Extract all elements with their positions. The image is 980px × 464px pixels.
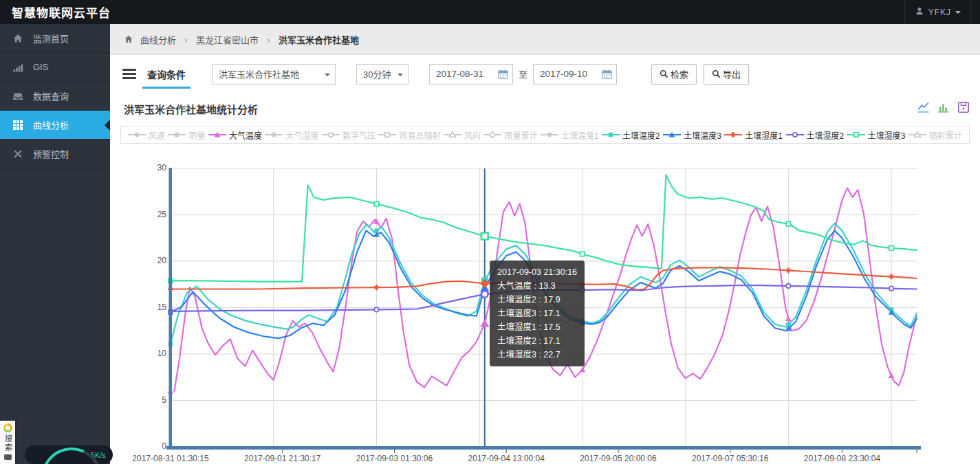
chart-plot[interactable]: [171, 168, 917, 461]
x-axis-label: 2017-09-01 21:30:17: [244, 454, 320, 463]
search-sidebar-widget[interactable]: 搜索: [0, 421, 15, 464]
sidebar-item-monitor-home[interactable]: 监测首页: [0, 24, 110, 53]
x-axis-label: 2017-09-08 23:30:04: [804, 454, 880, 463]
legend-marker: [483, 131, 501, 139]
user-name: YFKJ: [928, 8, 951, 17]
legend-marker: [322, 131, 340, 139]
chart-legend: 风速雨量大气温度大气湿度数字气压简易总辐射风向雨量累计土壤温度1土壤温度2土壤温…: [120, 126, 970, 144]
sidebar-item-gis[interactable]: GIS: [0, 53, 110, 82]
legend-marker: [265, 131, 283, 139]
search-logo-icon: [3, 423, 12, 432]
search-icon: [712, 69, 721, 78]
query-toolbar: 查询条件 洪军玉米合作社基地 30分钟 2017-08-31 至 2017-09…: [110, 55, 980, 93]
legend-label: 土壤温度2: [622, 129, 660, 141]
export-button[interactable]: 导出: [704, 64, 749, 85]
legend-marker: [444, 131, 461, 139]
interval-select[interactable]: 30分钟: [356, 64, 409, 85]
sidebar-item-alert-control[interactable]: 预警控制: [0, 140, 110, 168]
app-title: 智慧物联网云平台: [0, 3, 111, 21]
legend-marker: [378, 131, 396, 139]
cross-arrows-icon: [12, 148, 23, 159]
legend-item[interactable]: 大气湿度: [265, 129, 318, 141]
legend-label: 数字气压: [342, 129, 375, 141]
sidebar: 监测首页 GIS 数据查询 曲线分析 预警控制: [0, 24, 110, 464]
y-axis-label: 0: [132, 441, 166, 451]
grid-icon: [12, 120, 23, 131]
calendar-icon[interactable]: [602, 69, 612, 80]
sidebar-item-data-query[interactable]: 数据查询: [0, 82, 110, 111]
clipped-glyph: [4, 454, 12, 460]
home-icon: [124, 34, 133, 44]
network-speed-widget[interactable]: ↑35.5K/s: [25, 443, 116, 464]
series-line: [171, 175, 917, 281]
date-range-to-label: 至: [519, 67, 527, 80]
station-select[interactable]: 洪军玉米合作社基地: [212, 64, 336, 85]
breadcrumb: 曲线分析 › 黑龙江省密山市 › 洪军玉米合作社基地: [110, 24, 980, 55]
legend-marker: [847, 131, 865, 139]
legend-marker: [786, 131, 804, 139]
signal-bars-icon: [12, 62, 23, 73]
legend-label: 土壤温度1: [561, 129, 599, 141]
legend-item[interactable]: 数字气压: [322, 129, 375, 141]
legend-item[interactable]: 土壤湿度2: [786, 129, 845, 141]
y-axis-label: 30: [132, 163, 166, 173]
bar-chart-icon[interactable]: [936, 100, 951, 115]
y-axis-label: 5: [132, 395, 166, 405]
legend-label: 风向: [464, 129, 481, 141]
line-chart-icon[interactable]: [916, 100, 931, 115]
date-from-input[interactable]: 2017-08-31: [429, 64, 513, 85]
legend-label: 辐射累计: [929, 129, 962, 141]
y-axis-line: [169, 168, 173, 448]
legend-item[interactable]: 辐射累计: [908, 129, 962, 141]
date-to-input[interactable]: 2017-09-10: [533, 64, 617, 85]
legend-item[interactable]: 土壤温度3: [663, 129, 721, 141]
chart-toolbox: [916, 100, 971, 115]
legend-marker: [168, 131, 186, 139]
legend-label: 土壤温度3: [684, 129, 721, 141]
calendar-icon[interactable]: [498, 69, 508, 80]
legend-item[interactable]: 雨量累计: [483, 129, 537, 141]
chart-area[interactable]: 051015202530 2017-08-31 01:30:152017-09-…: [110, 165, 980, 464]
chart-title: 洪军玉米合作社基地统计分析: [124, 102, 258, 116]
breadcrumb-item[interactable]: 黑龙江省密山市: [196, 33, 259, 46]
x-axis-label: 2017-09-07 05:30:16: [692, 454, 768, 463]
legend-marker: [128, 131, 146, 139]
user-menu[interactable]: YFKJ: [904, 0, 971, 24]
legend-label: 土壤湿度3: [868, 129, 906, 141]
tab-query-conditions[interactable]: 查询条件: [147, 55, 186, 93]
legend-item[interactable]: 土壤湿度1: [724, 129, 783, 141]
y-axis-label: 10: [132, 349, 166, 358]
breadcrumb-item[interactable]: 曲线分析: [140, 33, 176, 46]
legend-item[interactable]: 简易总辐射: [378, 129, 440, 141]
app-header: 智慧物联网云平台 YFKJ: [0, 0, 980, 24]
search-widget-label: 搜索: [3, 434, 12, 452]
legend-item[interactable]: 雨量: [168, 129, 205, 141]
legend-marker: [602, 131, 620, 139]
legend-item[interactable]: 土壤温度1: [541, 129, 599, 141]
legend-item[interactable]: 风速: [128, 129, 165, 141]
inbox-icon: [12, 91, 23, 102]
legend-label: 土壤湿度1: [745, 129, 783, 141]
legend-item[interactable]: 大气温度: [208, 129, 262, 141]
page: { "header": { "title": "智慧物联网云平台", "user…: [0, 0, 980, 464]
home-icon: [12, 33, 23, 44]
legend-item[interactable]: 土壤温度2: [602, 129, 660, 141]
legend-marker: [908, 131, 926, 139]
legend-label: 雨量: [188, 129, 205, 141]
y-axis-label: 20: [132, 256, 166, 265]
x-axis-label: 2017-09-03 01:30:06: [356, 454, 433, 463]
y-axis-label: 15: [132, 302, 166, 312]
legend-marker: [663, 131, 681, 139]
save-image-icon[interactable]: [956, 100, 971, 115]
legend-item[interactable]: 土壤湿度3: [847, 129, 906, 141]
legend-item[interactable]: 风向: [444, 129, 481, 141]
chevron-right-icon: ›: [184, 34, 188, 45]
menu-toggle-icon[interactable]: [122, 67, 136, 81]
chevron-down-icon: [955, 11, 961, 16]
sidebar-item-curve-analysis[interactable]: 曲线分析: [0, 111, 110, 140]
y-axis-label: 25: [132, 210, 166, 219]
legend-marker: [208, 131, 226, 139]
search-button[interactable]: 检索: [651, 64, 697, 85]
main-content: 曲线分析 › 黑龙江省密山市 › 洪军玉米合作社基地 查询条件 洪军玉米合作社基…: [110, 24, 980, 464]
legend-marker: [724, 131, 742, 139]
